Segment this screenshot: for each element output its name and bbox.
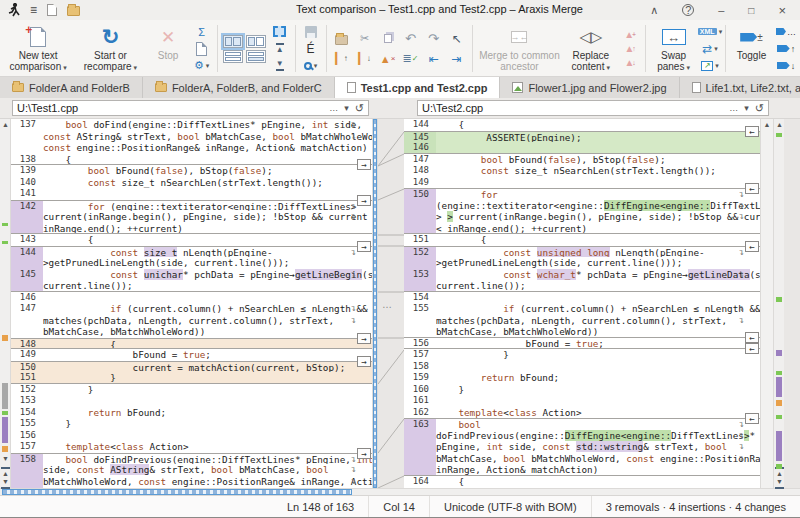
code-line[interactable]: current.line()); [436,280,760,291]
diff-mark[interactable] [2,241,8,244]
code-line[interactable]: return bFound; [43,407,372,419]
encoding-button[interactable]: É [301,41,321,57]
insert-after-button[interactable]: ▎↓ [355,51,375,67]
right-vertical-scrollbar[interactable]: ▲ [760,119,773,488]
checklist-button[interactable]: ≣✓ [401,51,421,67]
code-line[interactable]: bool [436,419,760,430]
code-line[interactable]: matches(pchData, nLength, current.column… [436,315,760,327]
right-code-pane[interactable]: 144 {145 _ASSERTE(pEngine);←146147 bool … [404,119,760,488]
code-line[interactable]: } [43,384,372,396]
diff-mark[interactable] [776,464,782,469]
next-change-icon[interactable]: ▼ [1,455,10,462]
right-path-field[interactable]: U:\Test2.cpp …▾↺ [417,100,769,116]
collapse-to-top-button[interactable]: ▲ [270,41,290,57]
layout-two-vertical-button[interactable] [223,35,243,48]
scroll-up-icon[interactable]: ▲ [1,121,10,128]
code-line[interactable]: side, const AString& strText, bool bMatc… [43,464,372,476]
code-line[interactable]: bool doFindPrevious(engine::DiffTextLine… [43,454,372,465]
diff-mark[interactable] [2,335,8,341]
code-line[interactable]: { [43,154,372,165]
swap-panes-button[interactable]: ↔ Swap panes▾ [651,23,696,74]
settings-button[interactable]: ⚙▾ [192,58,212,74]
diff-mark[interactable] [2,223,8,226]
minimize-icon[interactable]: – [718,4,724,16]
maximize-icon[interactable]: □ [748,5,754,16]
menu-icon[interactable]: ≡ [30,3,37,17]
code-line[interactable] [436,361,760,373]
left-code-pane[interactable]: 137 bool doFind(engine::DiffTextLines* p… [11,119,372,488]
code-line[interactable]: >getPrunedLineLength(side, current.line(… [436,257,760,269]
open-folder-icon[interactable] [67,6,80,16]
toggle-bookmark-button[interactable]: ± Toggle [731,23,772,74]
code-line[interactable]: bMatchCase, bool bMatchWholeWord, const … [436,453,760,465]
report-button[interactable] [192,41,212,57]
code-line[interactable]: } [43,372,372,383]
code-line[interactable]: bool doFind(engine::DiffTextLines* pEngi… [43,119,372,131]
new-document-icon[interactable] [47,4,57,16]
right-overview-strip[interactable]: ▲ ▼ ▲ ▼ [773,119,784,488]
code-line[interactable]: const size_t nSearchLen(strText.length()… [43,177,372,189]
diff-mark[interactable] [776,133,782,137]
merge-block-button[interactable]: ← [745,183,759,194]
scrollbar-thumb[interactable] [373,119,377,488]
error-marker-button[interactable]: ▲× [378,51,398,67]
last-change-icon[interactable]: ▼ [1,478,10,489]
diff-mark[interactable] [2,446,8,452]
code-line[interactable]: const engine::PositionRange& inRange, Ac… [43,142,372,154]
history-icon[interactable]: ↺ [355,102,364,115]
status-encoding[interactable]: Unicode (UTF-8 with BOM) [429,496,591,518]
diff-mark[interactable] [776,431,782,461]
code-line[interactable]: const size_t nSearchLen(strText.length()… [436,165,760,177]
code-line[interactable]: const unichar* pchData = pEngine→getLine… [43,269,372,281]
diff-mark[interactable] [776,400,782,406]
help-icon[interactable]: ? [682,4,694,16]
sync-links-button[interactable]: ⇄▾ [700,41,720,57]
tab-foldera-folderb-folderc[interactable]: FolderA, FolderB, and FolderC [143,77,335,98]
code-line[interactable]: } [43,418,372,430]
code-line[interactable] [43,188,372,200]
code-line[interactable]: return bFound; [436,372,760,384]
code-line[interactable]: current(inRange.begin(), pEngine, side);… [43,211,372,223]
scrollbar-thumb[interactable] [2,489,352,495]
tab-flower1-flower2[interactable]: Flower1.jpg and Flower2.jpg [500,77,679,98]
code-line[interactable]: } [436,384,760,396]
code-line[interactable]: if (current.column() + nSearchLen ≤ nLen… [436,303,760,315]
browse-icon[interactable]: … [329,103,338,113]
code-line[interactable]: bool bFound(false), bStop(false); [43,165,372,177]
browse-icon[interactable]: … [729,103,738,113]
code-line[interactable]: } [436,349,760,361]
code-line[interactable]: doFindPrevious(engine::DiffEngine<engine… [436,430,760,442]
merge-block-button[interactable]: → [357,448,371,459]
bookmark-list-button[interactable]: … [776,24,796,40]
code-line[interactable]: const AString& strText, bool bMatchCase,… [43,131,372,143]
find-button[interactable]: ▾ [301,58,321,74]
code-line[interactable]: bMatchCase, bMatchWholeWord)) [43,326,372,338]
merge-block-button[interactable]: ← [745,332,759,343]
code-line[interactable] [436,177,760,189]
merge-block-button[interactable]: → [357,333,371,344]
tab-test1-test2[interactable]: Test1.cpp and Test2.cpp [335,77,501,98]
code-line[interactable]: current.line()); [43,280,372,291]
code-line[interactable]: bMatchWholeWord, const engine::PositionR… [43,476,372,488]
code-line[interactable]: inRange, Action& matchAction) [436,464,760,475]
tab-life1-life2-life3[interactable]: Life1.txt, Life2.txt, and Life3.txt [680,77,800,98]
close-icon[interactable]: × [778,3,786,18]
history-icon[interactable]: ↺ [755,102,764,115]
merge-block-button[interactable]: ← [745,126,759,137]
open-external-button[interactable]: ↗▾ [700,58,720,74]
merge-block-button[interactable]: ← [745,343,759,354]
layout-two-horizontal-alt-button[interactable] [246,50,266,63]
scroll-up-icon[interactable]: ▲ [775,121,784,128]
indent-button[interactable]: ⇥ [447,51,467,67]
diff-mark[interactable] [776,350,782,356]
code-line[interactable]: for (engine::textiterator<engine::DiffTe… [43,201,372,212]
code-line[interactable]: > > current(inRange.begin(), pEngine, si… [436,211,760,223]
code-line[interactable]: { [43,234,372,246]
code-line[interactable] [43,430,372,442]
code-line[interactable] [436,292,760,304]
chevron-down-icon[interactable]: ▾ [344,103,349,113]
diff-mark[interactable] [776,371,782,375]
scroll-up-icon[interactable]: ▲ [761,121,773,128]
replace-content-button[interactable]: ◁▷ Replace content▾ [565,23,616,74]
code-line[interactable]: current = matchAction(current, bStop); [43,362,372,373]
